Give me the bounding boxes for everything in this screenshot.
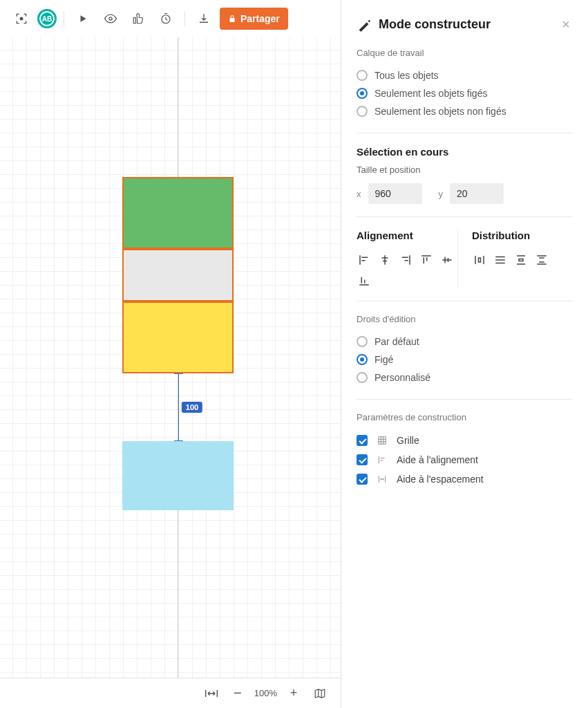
selection-label: Sélection en cours <box>357 146 573 158</box>
distribute-space-icon[interactable] <box>534 252 549 268</box>
radio-icon <box>357 88 368 99</box>
checkbox-icon <box>357 454 368 465</box>
zoom-label: 100% <box>254 688 277 698</box>
radio-icon <box>357 354 368 365</box>
distribution-label: Distribution <box>472 230 573 241</box>
checkbox-icon <box>357 474 368 485</box>
lock-icon <box>228 15 236 23</box>
share-button-label: Partager <box>240 13 280 24</box>
alignment-label: Alignement <box>357 230 457 241</box>
avatar[interactable]: AB <box>37 9 57 28</box>
build-params-label: Paramètres de construction <box>357 412 573 422</box>
bottom-bar: − 100% + <box>0 678 341 708</box>
eye-icon[interactable] <box>99 7 122 30</box>
radio-icon <box>357 70 368 81</box>
radio-default[interactable]: Par défaut <box>357 333 573 351</box>
radio-all-objects[interactable]: Tous les objets <box>357 66 573 84</box>
distribute-h-icon[interactable] <box>472 252 487 268</box>
fit-width-icon[interactable] <box>202 684 221 703</box>
dimension-label: 100 <box>182 402 202 413</box>
checkbox-icon <box>357 435 368 446</box>
check-space-help[interactable]: Aide à l'espacement <box>357 469 573 489</box>
download-icon[interactable] <box>192 7 216 30</box>
size-pos-label: Taille et position <box>357 165 573 175</box>
close-icon[interactable]: × <box>559 14 573 35</box>
map-icon[interactable] <box>310 684 330 703</box>
dimension-line <box>178 373 179 441</box>
distribute-v-icon[interactable] <box>513 252 529 268</box>
grid-icon <box>376 436 388 445</box>
radio-icon <box>357 106 368 117</box>
radio-fixed-objects[interactable]: Seulement les objets figés <box>357 84 573 102</box>
y-input[interactable] <box>450 183 504 204</box>
timer-icon[interactable] <box>154 7 178 30</box>
y-label: y <box>439 189 444 199</box>
align-center-h-icon[interactable] <box>377 252 392 268</box>
zoom-in-icon[interactable]: + <box>284 684 303 703</box>
radio-custom[interactable]: Personnalisé <box>357 369 573 386</box>
distribute-center-icon[interactable] <box>493 252 508 268</box>
share-button[interactable]: Partager <box>220 8 288 30</box>
svg-point-1 <box>109 17 112 20</box>
align-left-icon[interactable] <box>357 252 372 268</box>
green-block[interactable] <box>122 177 234 249</box>
check-align-help[interactable]: Aide à l'alignement <box>357 450 573 469</box>
gray-block[interactable] <box>122 249 234 301</box>
working-layer-label: Calque de travail <box>357 48 573 58</box>
align-right-icon[interactable] <box>398 252 413 268</box>
align-center-v-icon[interactable] <box>439 252 455 268</box>
yellow-block[interactable] <box>122 301 234 373</box>
play-icon[interactable] <box>71 7 95 30</box>
side-panel: Mode constructeur × Calque de travail To… <box>341 0 588 708</box>
canvas-area: AB Partager <box>0 0 341 708</box>
radio-icon <box>357 336 368 347</box>
radio-unfixed-objects[interactable]: Seulement les objets non figés <box>357 102 573 120</box>
x-input[interactable] <box>368 183 422 204</box>
align-help-icon <box>376 455 388 465</box>
check-grid[interactable]: Grille <box>357 431 573 450</box>
align-bottom-icon[interactable] <box>357 273 372 288</box>
thumbs-up-icon[interactable] <box>126 7 150 30</box>
svg-point-0 <box>20 17 23 21</box>
radio-fixed[interactable]: Figé <box>357 351 573 369</box>
x-label: x <box>357 189 361 199</box>
space-help-icon <box>376 474 388 484</box>
panel-title: Mode constructeur <box>379 17 552 32</box>
builder-icon <box>357 17 372 32</box>
radio-icon <box>357 372 368 383</box>
dimension-cap-bottom <box>174 440 183 441</box>
zoom-out-icon[interactable]: − <box>228 684 247 703</box>
dimension-cap-top <box>174 373 183 374</box>
align-top-icon[interactable] <box>419 252 434 268</box>
focus-icon[interactable] <box>10 7 33 30</box>
top-toolbar: AB Partager <box>0 0 341 37</box>
cyan-block[interactable] <box>122 441 234 510</box>
edit-rights-label: Droits d'édition <box>357 314 573 324</box>
